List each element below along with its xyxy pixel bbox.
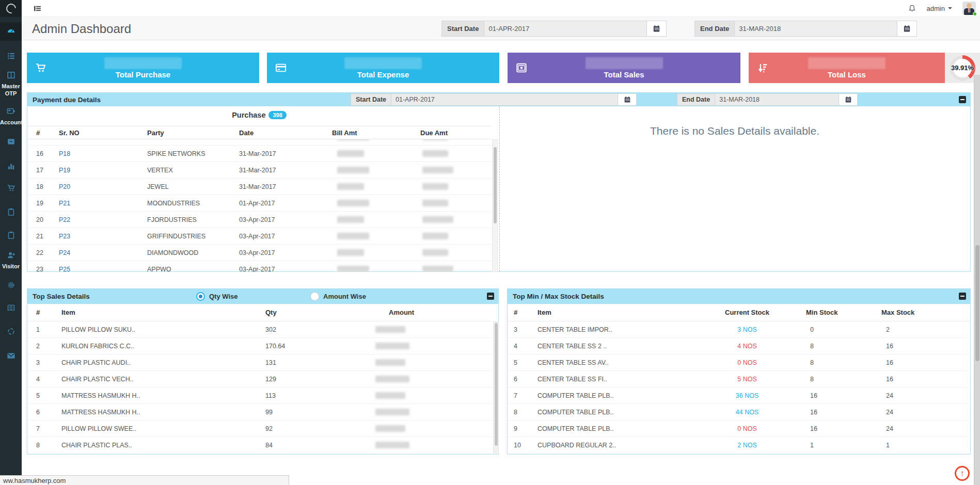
sidebar-item-account[interactable]: Account [0, 107, 22, 126]
sr-link[interactable]: P17 [59, 139, 70, 141]
redacted-amount [422, 266, 453, 272]
panel-start-date-input[interactable] [391, 93, 618, 106]
sidebar-item-sync[interactable] [0, 327, 22, 338]
sidebar-item-orders[interactable] [0, 207, 22, 218]
archive-icon [7, 137, 15, 148]
sidebar-item-visitor[interactable]: Visitor [0, 251, 22, 270]
end-date-calendar-button[interactable] [897, 21, 917, 37]
sidebar-item-ledger[interactable] [0, 303, 22, 314]
panel-title: Top Min / Max Stock Details [508, 293, 604, 300]
current-stock-value: 0 NOS [716, 359, 778, 366]
purchase-table-header: # Sr. NO Party Date Bill Amt Due Amt [27, 126, 491, 139]
panel-start-date-group: Start Date [351, 93, 637, 106]
sr-link[interactable]: P23 [59, 233, 70, 240]
redacted-amount [422, 139, 448, 140]
bar-chart-icon [7, 162, 15, 173]
sr-link[interactable]: P24 [59, 249, 70, 256]
start-date-input[interactable] [484, 21, 647, 37]
calendar-icon [624, 96, 631, 103]
collapse-icon[interactable] [959, 293, 966, 300]
start-date-calendar-button[interactable] [647, 21, 667, 37]
user-menu[interactable]: admin [927, 5, 952, 12]
table-row: 1PILLOW PILLOW SUKU..302 [27, 321, 491, 338]
sr-link[interactable]: P22 [59, 216, 70, 223]
table-row: 4CENTER TABLE SS 2 ..4 NOS816 [508, 338, 971, 354]
redacted-amount [375, 376, 409, 382]
purchase-count-badge: 398 [268, 111, 286, 119]
card-total-sales: Total Sales [508, 53, 740, 83]
redacted-amount [337, 266, 369, 272]
amount-wise-radio[interactable]: Amount Wise [310, 292, 366, 301]
card-label: Total Expense [357, 70, 409, 79]
sort-desc-icon [757, 62, 768, 75]
redacted-amount [422, 200, 448, 206]
stock-table-header: # Item Current Stock Min Stock Max Stock [508, 304, 971, 321]
current-stock-value: 4 NOS [716, 343, 778, 350]
start-date-label: Start Date [441, 21, 484, 37]
sidebar-toggle-icon[interactable] [33, 4, 42, 13]
card-label: Total Sales [604, 70, 644, 79]
sidebar-item-mail[interactable] [0, 351, 22, 362]
panel-end-date-input[interactable] [715, 93, 839, 106]
admin-dashboard-app: Master OTP Account Visitor [0, 0, 980, 485]
qty-wise-radio[interactable]: Qty Wise [196, 292, 238, 301]
sidebar-item-inventory[interactable] [0, 137, 22, 148]
scrollbar-thumb[interactable] [494, 147, 497, 223]
redacted-amount [422, 167, 453, 173]
status-url: ww.hasmukherp.com [3, 477, 66, 484]
collapse-icon[interactable] [959, 96, 966, 103]
current-stock-value: 36 NOS [716, 392, 778, 399]
sr-link[interactable]: P19 [59, 167, 70, 174]
sidebar-item-dashboard[interactable] [0, 22, 22, 41]
redacted-amount [337, 216, 364, 223]
panel-end-calendar-button[interactable] [839, 93, 858, 106]
clipboard-icon [7, 231, 15, 241]
sr-link[interactable]: P20 [59, 183, 70, 190]
page-scrollbar[interactable] [974, 75, 980, 485]
table-row: 4CHAIR PLASTIC VECH..129 [27, 371, 491, 387]
redacted-amount [422, 150, 448, 157]
table-row: 5MATTRESS HASMUKH H..113 [27, 387, 491, 404]
top-sales-scrollbar[interactable] [493, 321, 499, 454]
card-total-expense: Total Expense [267, 53, 499, 83]
calendar-icon [845, 96, 852, 103]
redacted-amount [422, 249, 448, 256]
scroll-top-button[interactable]: ↑ [955, 466, 970, 481]
sidebar-item-settings[interactable] [0, 281, 22, 292]
sidebar-item-label: Visitor [0, 263, 22, 270]
sr-link[interactable]: P18 [59, 150, 70, 157]
sidebar-item-purchase[interactable] [0, 184, 22, 195]
table-row: 2KURLON FABRICS C.C..170.64 [27, 338, 491, 354]
list-icon [7, 52, 15, 62]
sidebar-item-label: Master OTP [0, 83, 22, 98]
sidebar-item-list[interactable] [0, 52, 22, 62]
stock-panel: Top Min / Max Stock Details # Item Curre… [507, 288, 971, 455]
caret-down-icon [948, 7, 952, 9]
table-row: 8COMPUTER TABLE PLB..44 NOS1624 [508, 404, 971, 421]
scrollbar-thumb[interactable] [975, 245, 979, 361]
panel-start-calendar-button[interactable] [618, 93, 637, 106]
sidebar-item-reports[interactable] [0, 162, 22, 173]
sr-link[interactable]: P21 [59, 200, 70, 207]
end-date-input[interactable] [734, 21, 897, 37]
table-row: 16 P18 SPIKE NETWORKS 31-Mar-2017 [27, 146, 491, 162]
redacted-amount [375, 343, 409, 349]
redacted-amount [586, 57, 663, 69]
scrollbar-thumb[interactable] [495, 323, 498, 446]
app-logo[interactable] [0, 0, 22, 17]
radio-selected-icon [196, 292, 205, 301]
bell-icon[interactable] [908, 4, 916, 13]
current-stock-value: 3 NOS [716, 326, 778, 333]
avatar[interactable] [962, 2, 976, 15]
top-sales-panel: Top Sales Details Qty Wise Amount Wise #… [27, 288, 499, 455]
sidebar-item-master-otp[interactable]: Master OTP [0, 71, 22, 98]
sidebar-item-tasks[interactable] [0, 231, 22, 241]
current-stock-value: 44 NOS [716, 409, 778, 416]
table-row: 10CUPBOARD REGULAR 2..2 NOS11 [508, 437, 971, 454]
sidebar-item-label: Account [0, 119, 22, 126]
panel-title: Top Sales Details [27, 293, 90, 300]
purchase-table-scrollbar[interactable] [492, 139, 498, 272]
page-title: Admin Dashboard [32, 22, 131, 36]
collapse-icon[interactable] [487, 293, 494, 300]
sr-link[interactable]: P25 [59, 266, 70, 272]
